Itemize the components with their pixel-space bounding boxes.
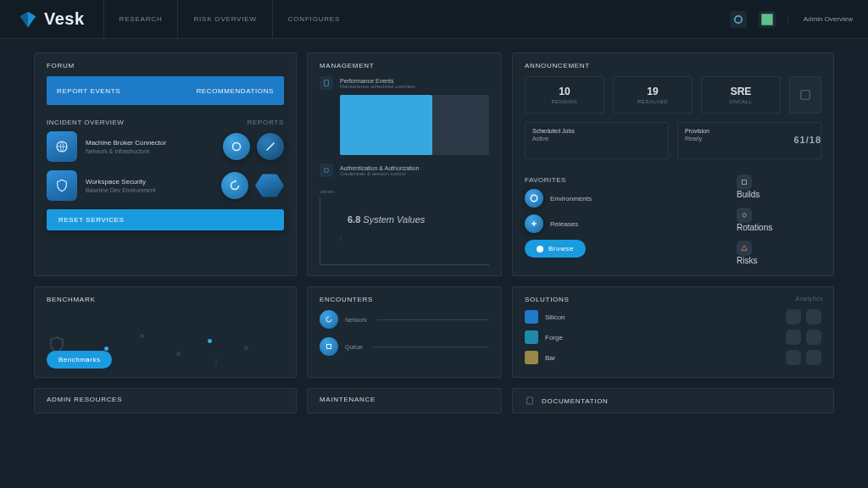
action-circle-c[interactable] [221, 172, 248, 199]
status-icon[interactable] [759, 11, 776, 28]
favorites-title: Favorites [525, 176, 726, 184]
brand-logo-icon [19, 10, 37, 29]
fav-environments[interactable]: Environments [525, 189, 726, 208]
panel-admin-title: Admin Resources [47, 396, 284, 403]
risks-icon [737, 241, 752, 256]
topbar: Vesk Research Risk Overview Configures A… [0, 0, 868, 39]
fav-releases[interactable]: Releases [525, 214, 726, 233]
solution-bar[interactable]: Bar [525, 351, 821, 364]
forum-item-2-sub: Baseline Dev Environment [86, 187, 156, 193]
grid-icon-6[interactable] [806, 350, 821, 365]
mgmt-row-1[interactable]: Performance Events Maintenance scheduled… [320, 76, 489, 90]
solutions-icon-grid [786, 309, 821, 365]
top-nav: Research Risk Overview Configures [103, 0, 355, 38]
panel-solutions-title: Solutions [525, 296, 821, 303]
benchmark-axis-icon: ⋮ [213, 358, 220, 365]
notifications-icon[interactable] [730, 11, 747, 28]
banner-left: Report Events [57, 87, 120, 95]
browse-button[interactable]: Browse [525, 240, 586, 258]
panel-encounters-title: Encounters [320, 296, 489, 303]
side-rotations[interactable]: Rotations [737, 208, 821, 232]
panel-admin-resources[interactable]: Admin Resources [34, 388, 297, 413]
mgmt-row-2[interactable]: Authentication & Authorization Credentia… [320, 164, 489, 177]
stat-resolved[interactable]: 19 Resolved [613, 76, 693, 114]
benchmark-scatter [84, 316, 284, 367]
panel-forum: Forum Report Events Recommendations Inci… [34, 53, 297, 276]
mgmt-row-1-label: Performance Events [340, 78, 415, 84]
rotations-icon [737, 208, 752, 223]
encounter-network[interactable]: Network [320, 310, 489, 329]
brand-text: Vesk [44, 9, 85, 29]
refresh-icon [320, 310, 338, 329]
forum-item-2-title: Workspace Security [86, 178, 156, 186]
grid-icon-5[interactable] [786, 350, 801, 365]
silicon-icon [525, 310, 538, 324]
mini-tile-jobs[interactable]: Scheduled Jobs Active [525, 122, 669, 159]
forum-subtitle: Incident Overview [47, 119, 124, 126]
svg-point-0 [735, 15, 742, 22]
nav-configures[interactable]: Configures [272, 0, 355, 38]
panel-forum-title: Forum [47, 62, 284, 69]
stat-pending[interactable]: 10 Pending [525, 76, 604, 114]
releases-icon [525, 214, 543, 233]
grid-icon-3[interactable] [786, 330, 801, 345]
forum-item-1-title: Machine Broker Connector [86, 139, 166, 147]
stat-oncall[interactable]: SRE Oncall [701, 76, 781, 114]
action-circle-a[interactable] [223, 133, 250, 160]
topbar-icons [718, 11, 787, 28]
benchmarks-button[interactable]: Benchmarks [47, 351, 112, 369]
solution-silicon[interactable]: Silicon [525, 310, 821, 324]
svg-point-2 [233, 143, 241, 151]
action-hex[interactable] [255, 173, 284, 198]
svg-rect-9 [327, 345, 331, 349]
globe-icon [47, 131, 77, 162]
panel-documentation[interactable]: Documentation [512, 388, 834, 413]
action-circle-b[interactable] [257, 133, 284, 160]
stat-settings-icon[interactable] [789, 76, 821, 114]
mgmt-row-2-sub: Credentials & session control [340, 171, 419, 176]
builds-icon [737, 175, 752, 190]
chart-axis-hint: values [320, 189, 489, 194]
forum-banner[interactable]: Report Events Recommendations [47, 76, 284, 105]
panel-management: Management Performance Events Maintenanc… [307, 53, 502, 276]
forum-item-1[interactable]: Machine Broker Connector Network & Infra… [47, 131, 284, 162]
queue-icon [320, 337, 338, 356]
bar-icon [525, 351, 538, 364]
chart-value-label: 6.8 System Values [348, 214, 425, 225]
panel-announcement: Announcement 10 Pending 19 Resolved SRE … [512, 53, 834, 276]
row-2: Benchmark Benchmarks ⋮ Encounters N [34, 286, 834, 378]
reset-services-button[interactable]: Reset Services [47, 209, 284, 230]
svg-point-8 [743, 214, 746, 217]
mgmt-chart: 6.8 System Values [320, 197, 489, 265]
side-builds[interactable]: Builds [737, 175, 821, 199]
user-label[interactable]: Admin Overview [787, 15, 868, 23]
side-risks[interactable]: Risks [737, 241, 821, 265]
forge-icon [525, 330, 538, 344]
shield-icon [47, 170, 77, 201]
workspace: Forum Report Events Recommendations Inci… [0, 39, 868, 413]
panel-benchmark: Benchmark Benchmarks ⋮ [34, 286, 297, 378]
grid-icon-4[interactable] [806, 330, 821, 345]
doc-icon [525, 396, 535, 406]
solution-forge[interactable]: Forge [525, 330, 821, 344]
chart-marker-icon [337, 236, 344, 242]
encounter-queue[interactable]: Queue [320, 337, 489, 356]
dot-icon [537, 246, 543, 252]
forum-side-label: Reports [248, 119, 284, 126]
row-1: Forum Report Events Recommendations Inci… [34, 53, 834, 276]
panel-management-title: Management [320, 62, 489, 69]
mgmt-row-2-label: Authentication & Authorization [340, 165, 419, 171]
banner-right: Recommendations [196, 87, 274, 95]
panel-maintenance[interactable]: Maintenance [307, 388, 502, 413]
panel-encounters: Encounters Network Queue [307, 286, 502, 378]
forum-item-2[interactable]: Workspace Security Baseline Dev Environm… [47, 170, 284, 201]
nav-risk[interactable]: Risk Overview [177, 0, 271, 38]
brand[interactable]: Vesk [0, 9, 103, 29]
grid-icon-2[interactable] [806, 309, 821, 324]
row-3: Admin Resources Maintenance Documentatio… [34, 388, 834, 413]
svg-point-4 [325, 169, 329, 173]
lock-icon [320, 164, 333, 177]
document-icon [320, 76, 333, 90]
grid-icon-1[interactable] [786, 309, 801, 324]
nav-research[interactable]: Research [103, 0, 178, 38]
